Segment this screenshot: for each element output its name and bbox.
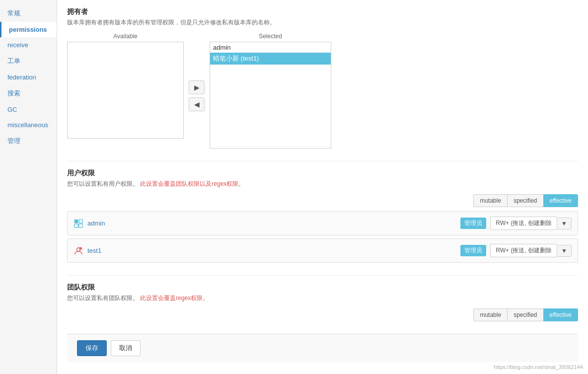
sidebar-item-gc[interactable]: GC [0, 102, 57, 117]
selected-item-test1[interactable]: 蜡笔小新 (test1) [210, 53, 331, 65]
admin-perm-text: RW+ (推送, 创建删除 [490, 217, 557, 230]
selected-item-admin[interactable]: admin [210, 42, 331, 53]
tab-user-specified[interactable]: specified [507, 194, 543, 207]
sidebar-item-permissions[interactable]: permissions [0, 22, 57, 37]
bottom-bar: 保存 取消 [67, 334, 578, 362]
team-perms-section: 团队权限 您可以设置私有团队权限。 此设置会覆盖regex权限。 mutable… [67, 283, 578, 321]
user-perms-title: 用户权限 [67, 169, 578, 178]
sidebar-item-miscellaneous[interactable]: miscellaneous [0, 117, 57, 133]
team-perms-title: 团队权限 [67, 283, 578, 292]
move-left-button[interactable]: ◀ [189, 97, 205, 111]
sidebar-item-general[interactable]: 常规 [0, 5, 57, 22]
cancel-button[interactable]: 取消 [111, 340, 141, 356]
admin-perm-dropdown[interactable]: ▼ [557, 218, 572, 229]
team-perms-tabs: mutable specified effective [67, 308, 578, 321]
available-col: Available [67, 33, 184, 139]
admin-username: admin [87, 220, 105, 227]
sidebar-item-worklist[interactable]: 工单 [0, 53, 57, 70]
svg-text:✓: ✓ [80, 247, 82, 250]
save-button[interactable]: 保存 [77, 340, 107, 356]
test1-perm-value: RW+ (推送, 创建删除 ▼ [490, 244, 572, 257]
sidebar-item-receive[interactable]: receive [0, 37, 57, 53]
svg-rect-2 [74, 224, 78, 227]
perm-row-admin-right: 管理员 RW+ (推送, 创建删除 ▼ [460, 217, 572, 230]
tab-user-mutable[interactable]: mutable [473, 194, 508, 207]
admin-badge: 管理员 [460, 218, 486, 229]
tab-team-specified[interactable]: specified [507, 308, 543, 321]
user-perms-tabs: mutable specified effective [67, 194, 578, 207]
available-list[interactable] [67, 42, 184, 139]
owner-section: 拥有者 版本库拥有者拥有版本库的所有管理权限，但是只允许修改私有版本库的名称。 … [67, 7, 578, 149]
transfer-buttons: ▶ ◀ [189, 71, 205, 111]
perm-row-admin: admin 管理员 RW+ (推送, 创建删除 ▼ [67, 211, 578, 235]
divider-1 [67, 161, 578, 161]
sidebar: 常规 permissions receive 工单 federation 搜索 … [0, 0, 57, 374]
sidebar-item-federation[interactable]: federation [0, 70, 57, 85]
test1-username: test1 [87, 247, 101, 254]
svg-rect-1 [79, 219, 82, 223]
svg-rect-0 [74, 219, 78, 223]
sidebar-item-management[interactable]: 管理 [0, 133, 57, 150]
sidebar-item-search[interactable]: 搜索 [0, 85, 57, 102]
admin-perm-value: RW+ (推送, 创建删除 ▼ [490, 217, 572, 230]
user-perms-section: 用户权限 您可以设置私有用户权限。 此设置会覆盖团队权限以及regex权限。 m… [67, 169, 578, 263]
team-perms-desc: 您可以设置私有团队权限。 此设置会覆盖regex权限。 [67, 294, 578, 302]
watermark: https://blog.csdn.net/sinat_39362144 [494, 364, 583, 370]
test1-perm-text: RW+ (推送, 创建删除 [490, 244, 557, 257]
selected-list[interactable]: admin 蜡笔小新 (test1) [210, 42, 331, 149]
divider-2 [67, 275, 578, 276]
tab-team-mutable[interactable]: mutable [473, 308, 508, 321]
admin-icon [74, 219, 83, 228]
tab-user-effective[interactable]: effective [543, 194, 578, 207]
user-perms-desc-link: 此设置会覆盖团队权限以及regex权限。 [140, 180, 244, 187]
test1-icon: ✓ [74, 246, 83, 256]
test1-perm-dropdown[interactable]: ▼ [557, 245, 572, 257]
perm-row-test1-right: 管理员 RW+ (推送, 创建删除 ▼ [460, 244, 572, 257]
selected-col: Selected admin 蜡笔小新 (test1) [210, 33, 331, 149]
team-perms-desc-text: 您可以设置私有团队权限。 [67, 295, 139, 301]
selected-label: Selected [210, 33, 331, 40]
team-perms-desc-link: 此设置会覆盖regex权限。 [140, 295, 209, 301]
owner-title: 拥有者 [67, 7, 578, 16]
transfer-container: Available ▶ ◀ Selected admin 蜡笔小新 (test1… [67, 33, 578, 149]
perm-user-admin: admin [74, 219, 460, 228]
perm-user-test1: ✓ test1 [74, 246, 460, 256]
user-perms-desc-text: 您可以设置私有用户权限。 [67, 180, 139, 187]
owner-desc: 版本库拥有者拥有版本库的所有管理权限，但是只允许修改私有版本库的名称。 [67, 18, 578, 27]
available-label: Available [67, 33, 184, 40]
main-content: 拥有者 版本库拥有者拥有版本库的所有管理权限，但是只允许修改私有版本库的名称。 … [57, 0, 588, 374]
move-right-button[interactable]: ▶ [189, 80, 205, 94]
user-perms-desc: 您可以设置私有用户权限。 此设置会覆盖团队权限以及regex权限。 [67, 180, 578, 188]
test1-badge: 管理员 [460, 245, 486, 256]
perm-row-test1: ✓ test1 管理员 RW+ (推送, 创建删除 ▼ [67, 238, 578, 263]
tab-team-effective[interactable]: effective [543, 308, 578, 321]
svg-rect-3 [79, 224, 82, 227]
